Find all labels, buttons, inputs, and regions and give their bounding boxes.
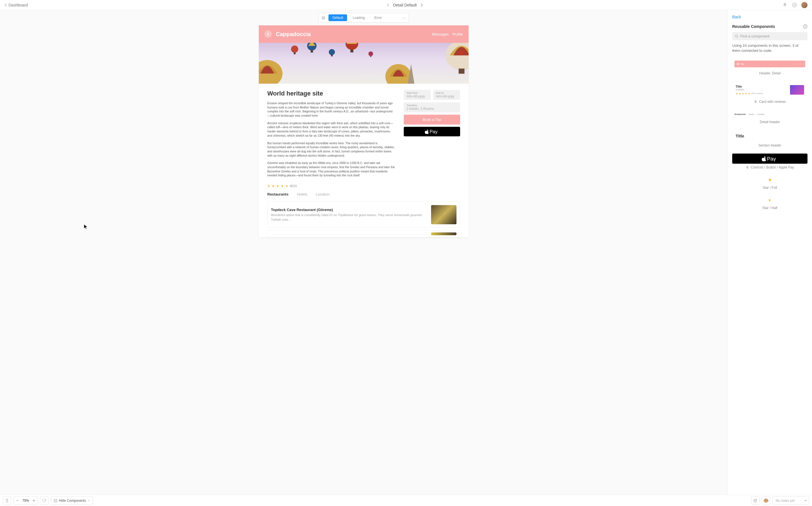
component-item-detail-header[interactable]: Restaurants Hotels Location Detail heade… [732, 110, 808, 124]
star-icon [281, 184, 284, 187]
help-icon[interactable] [792, 2, 797, 8]
avatar[interactable] [801, 2, 808, 8]
rating-row: 9523 [259, 181, 468, 189]
component-item-apple-pay[interactable]: Controls / Button / Apple Pay [732, 154, 808, 169]
card-title: Topdeck Cave Restaurant (Göreme) [271, 207, 427, 212]
travelers-field[interactable]: Travelers 2 Adults, 2 Rooms [404, 102, 460, 112]
chevron-left-icon [267, 32, 270, 36]
svg-rect-6 [294, 53, 295, 54]
cursor-icon [84, 224, 88, 229]
svg-rect-14 [370, 56, 371, 57]
card-image [431, 233, 456, 235]
card-image [431, 205, 456, 224]
svg-point-13 [369, 51, 373, 56]
svg-rect-8 [311, 50, 313, 53]
svg-point-22 [735, 35, 738, 37]
star-icon [276, 184, 279, 187]
zoom-in-button[interactable]: + [30, 498, 38, 503]
bottom-bar: − 75% + Hide Components 🐵 No notes yet [0, 495, 812, 506]
star-icon [267, 184, 270, 187]
svg-point-17 [459, 51, 464, 55]
tab-location[interactable]: Location [316, 192, 329, 196]
note-add-icon [753, 499, 757, 503]
apple-pay-button[interactable] [404, 127, 460, 136]
star-icon [742, 92, 744, 95]
prev-artboard-icon[interactable] [387, 3, 389, 7]
star-icon [748, 92, 750, 95]
star-icon [745, 92, 747, 95]
svg-rect-31 [56, 501, 57, 502]
info-icon[interactable] [803, 24, 808, 29]
hero-image [259, 43, 468, 84]
hourglass-button[interactable] [3, 496, 11, 505]
selection-icon [42, 499, 46, 503]
svg-rect-12 [351, 50, 354, 53]
svg-rect-10 [331, 55, 333, 56]
layers-icon[interactable] [321, 15, 326, 20]
star-icon [272, 184, 275, 187]
artboard[interactable]: Cappadoccia Messages Profile World herit [259, 25, 468, 238]
add-note-button[interactable] [751, 496, 759, 505]
top-bar: Dashboard Detail Default [0, 0, 812, 10]
state-tab-error[interactable]: Error [370, 14, 386, 21]
chevron-down-icon [88, 500, 90, 502]
tab-restaurants[interactable]: Restaurants [267, 192, 288, 196]
selection-tool-button[interactable] [40, 496, 49, 505]
star-icon [768, 178, 772, 182]
start-date-field[interactable]: Start from mm-dd-yyyy [404, 90, 431, 100]
grid-icon [54, 499, 57, 502]
component-item-card-reviews[interactable]: Title Subtitle 200 reviews [732, 81, 808, 104]
rating-count: 9523 [290, 184, 297, 188]
body-paragraph: Ancient volcanic eruptions blanketed thi… [267, 121, 395, 138]
star-icon [285, 184, 288, 187]
zoom-out-button[interactable]: − [14, 498, 21, 503]
component-header-detail[interactable]: Cappadoccia Messages Profile [259, 25, 468, 43]
canvas[interactable]: Default Loading Error ⋯ Cappadoccia Mess… [0, 10, 727, 495]
state-more-icon[interactable]: ⋯ [400, 16, 408, 20]
back-link[interactable]: Back [732, 15, 808, 19]
star-icon [739, 92, 741, 95]
star-icon [736, 92, 738, 95]
state-tab-loading[interactable]: Loading [349, 14, 369, 21]
book-trip-button[interactable]: Book a Trip [404, 115, 460, 124]
state-tab-default[interactable]: Default [328, 14, 347, 21]
restaurant-card[interactable]: Topdeck Cave Restaurant (Göreme) Wonderf… [267, 201, 460, 228]
notes-dropdown[interactable]: No notes yet [772, 496, 809, 505]
tab-hotels[interactable]: Hotels [297, 192, 307, 196]
card-subtitle: Wonderful option that is consistently ra… [271, 213, 427, 222]
back-button[interactable] [265, 30, 272, 38]
component-item-star-full[interactable]: Star / Full [732, 175, 808, 190]
zoom-value: 75% [21, 499, 30, 503]
breadcrumb[interactable]: Dashboard [4, 3, 28, 7]
hourglass-icon [5, 499, 9, 503]
hide-components-button[interactable]: Hide Components [51, 496, 93, 505]
svg-point-5 [291, 46, 298, 53]
svg-point-21 [805, 25, 806, 26]
restaurant-card[interactable] [267, 230, 460, 238]
svg-point-2 [794, 4, 795, 6]
svg-rect-25 [43, 499, 46, 502]
svg-line-23 [737, 36, 738, 37]
search-input[interactable]: Find a component [732, 32, 808, 40]
monkey-icon: 🐵 [763, 498, 769, 503]
header-title: Cappadoccia [276, 31, 428, 37]
panel-title: Reusable Components [732, 24, 775, 29]
svg-rect-18 [459, 69, 465, 74]
end-date-field[interactable]: End on mm-dd-yyyy [433, 90, 460, 100]
page-title: Detail Default [393, 3, 417, 7]
next-artboard-icon[interactable] [421, 3, 423, 7]
component-item-star-half[interactable]: Star / Half [732, 196, 808, 210]
state-switcher: Default Loading Error ⋯ [318, 13, 409, 22]
bell-icon[interactable] [782, 2, 788, 8]
nav-profile[interactable]: Profile [452, 32, 463, 36]
apple-pay-icon [762, 156, 778, 161]
component-item-section-header[interactable]: Title Section header [732, 130, 808, 147]
detail-tabs: Restaurants Hotels Location [259, 189, 468, 199]
body-paragraph: But human hands performed equally incred… [267, 141, 395, 158]
svg-rect-29 [56, 499, 57, 500]
section-title: World heritage site [267, 90, 395, 97]
search-icon [735, 35, 738, 38]
component-item-header-detail[interactable]: Title —— Header, Detail [732, 58, 808, 75]
nav-messages[interactable]: Messages [432, 32, 449, 36]
emoji-button[interactable]: 🐵 [762, 496, 770, 505]
